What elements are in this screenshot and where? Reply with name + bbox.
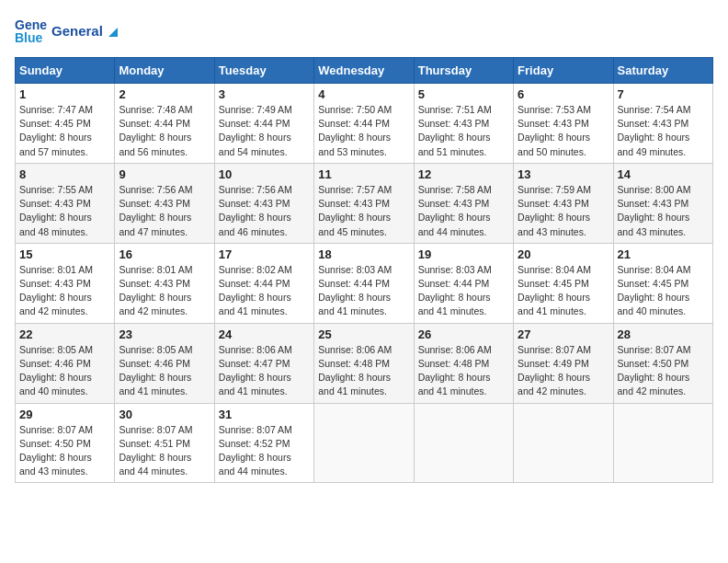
day-number: 19 (418, 247, 509, 261)
day-info: Sunrise: 8:00 AMSunset: 4:43 PMDaylight:… (618, 183, 709, 239)
daylight-text-line2: and 43 minutes. (518, 225, 609, 239)
sunrise-text: Sunrise: 8:03 AM (318, 263, 409, 277)
daylight-text-line2: and 40 minutes. (618, 304, 709, 318)
day-info: Sunrise: 8:07 AMSunset: 4:49 PMDaylight:… (518, 343, 609, 399)
daylight-text-line1: Daylight: 8 hours (418, 371, 509, 385)
sunset-text: Sunset: 4:44 PM (219, 117, 310, 131)
daylight-text-line2: and 41 minutes. (219, 385, 310, 398)
calendar-cell: 8Sunrise: 7:55 AMSunset: 4:43 PMDaylight… (16, 163, 115, 243)
day-number: 6 (518, 87, 609, 101)
day-info: Sunrise: 8:05 AMSunset: 4:46 PMDaylight:… (119, 343, 210, 399)
sunrise-text: Sunrise: 8:00 AM (618, 183, 709, 197)
day-info: Sunrise: 8:07 AMSunset: 4:50 PMDaylight:… (618, 343, 709, 399)
sunrise-text: Sunrise: 8:07 AM (19, 423, 110, 437)
day-number: 16 (119, 247, 210, 261)
calendar-cell: 3Sunrise: 7:49 AMSunset: 4:44 PMDaylight… (214, 84, 313, 164)
day-number: 18 (318, 247, 409, 261)
day-info: Sunrise: 7:59 AMSunset: 4:43 PMDaylight:… (518, 183, 609, 239)
sunrise-text: Sunrise: 8:01 AM (119, 263, 210, 277)
sunset-text: Sunset: 4:44 PM (119, 117, 210, 131)
calendar-cell: 5Sunrise: 7:51 AMSunset: 4:43 PMDaylight… (414, 84, 513, 164)
sunset-text: Sunset: 4:43 PM (518, 197, 609, 211)
daylight-text-line2: and 43 minutes. (618, 225, 709, 239)
day-number: 24 (219, 327, 310, 341)
sunset-text: Sunset: 4:46 PM (119, 357, 210, 371)
calendar-cell: 30Sunrise: 8:07 AMSunset: 4:51 PMDayligh… (115, 403, 214, 483)
sunset-text: Sunset: 4:43 PM (418, 117, 509, 131)
sunset-text: Sunset: 4:43 PM (318, 197, 409, 211)
sunset-text: Sunset: 4:43 PM (418, 197, 509, 211)
sunrise-text: Sunrise: 8:05 AM (119, 343, 210, 357)
sunset-text: Sunset: 4:46 PM (19, 357, 110, 371)
daylight-text-line2: and 42 minutes. (19, 304, 110, 318)
weekday-header-saturday: Saturday (613, 58, 712, 84)
day-info: Sunrise: 7:49 AMSunset: 4:44 PMDaylight:… (219, 103, 310, 159)
sunset-text: Sunset: 4:52 PM (219, 437, 310, 451)
sunset-text: Sunset: 4:47 PM (219, 357, 310, 371)
svg-text:Blue: Blue (15, 30, 43, 45)
daylight-text-line2: and 41 minutes. (318, 385, 409, 398)
calendar-header: SundayMondayTuesdayWednesdayThursdayFrid… (16, 58, 713, 84)
day-number: 23 (119, 327, 210, 341)
calendar-cell: 18Sunrise: 8:03 AMSunset: 4:44 PMDayligh… (314, 243, 414, 323)
daylight-text-line1: Daylight: 8 hours (119, 131, 210, 144)
daylight-text-line2: and 46 minutes. (219, 225, 310, 239)
calendar-cell: 19Sunrise: 8:03 AMSunset: 4:44 PMDayligh… (414, 243, 513, 323)
day-info: Sunrise: 8:03 AMSunset: 4:44 PMDaylight:… (418, 263, 509, 319)
calendar-week-row: 15Sunrise: 8:01 AMSunset: 4:43 PMDayligh… (16, 243, 713, 323)
calendar-cell: 4Sunrise: 7:50 AMSunset: 4:44 PMDaylight… (314, 84, 414, 164)
day-number: 30 (119, 408, 210, 421)
weekday-header-monday: Monday (115, 58, 214, 84)
day-info: Sunrise: 8:04 AMSunset: 4:45 PMDaylight:… (618, 263, 709, 319)
daylight-text-line2: and 44 minutes. (119, 465, 210, 478)
sunrise-text: Sunrise: 7:55 AM (19, 183, 110, 197)
daylight-text-line1: Daylight: 8 hours (219, 451, 310, 465)
daylight-text-line2: and 49 minutes. (618, 145, 709, 159)
page-header: General Blue General (15, 15, 713, 48)
daylight-text-line2: and 54 minutes. (219, 145, 310, 159)
daylight-text-line2: and 45 minutes. (318, 225, 409, 239)
weekday-header-tuesday: Tuesday (214, 58, 313, 84)
day-number: 4 (318, 87, 409, 101)
day-info: Sunrise: 8:07 AMSunset: 4:50 PMDaylight:… (19, 423, 110, 479)
daylight-text-line1: Daylight: 8 hours (618, 211, 709, 224)
day-number: 28 (618, 327, 709, 341)
daylight-text-line2: and 42 minutes. (518, 385, 609, 398)
calendar-cell: 14Sunrise: 8:00 AMSunset: 4:43 PMDayligh… (613, 163, 712, 243)
calendar-week-row: 22Sunrise: 8:05 AMSunset: 4:46 PMDayligh… (16, 323, 713, 403)
svg-marker-3 (108, 28, 118, 37)
sunset-text: Sunset: 4:43 PM (618, 197, 709, 211)
sunrise-text: Sunrise: 8:06 AM (219, 343, 310, 357)
day-info: Sunrise: 7:57 AMSunset: 4:43 PMDaylight:… (318, 183, 409, 239)
sunrise-text: Sunrise: 8:04 AM (518, 263, 609, 277)
day-info: Sunrise: 7:58 AMSunset: 4:43 PMDaylight:… (418, 183, 509, 239)
weekday-header-thursday: Thursday (414, 58, 513, 84)
day-number: 21 (618, 247, 709, 261)
sunrise-text: Sunrise: 8:06 AM (318, 343, 409, 357)
sunrise-text: Sunrise: 7:53 AM (518, 103, 609, 117)
sunset-text: Sunset: 4:50 PM (19, 437, 110, 451)
sunset-text: Sunset: 4:43 PM (219, 197, 310, 211)
calendar-cell: 23Sunrise: 8:05 AMSunset: 4:46 PMDayligh… (115, 323, 214, 403)
sunrise-text: Sunrise: 7:50 AM (318, 103, 409, 117)
daylight-text-line1: Daylight: 8 hours (119, 371, 210, 385)
day-info: Sunrise: 8:02 AMSunset: 4:44 PMDaylight:… (219, 263, 310, 319)
sunrise-text: Sunrise: 7:56 AM (119, 183, 210, 197)
day-number: 13 (518, 167, 609, 181)
day-info: Sunrise: 8:04 AMSunset: 4:45 PMDaylight:… (518, 263, 609, 319)
sunrise-text: Sunrise: 8:06 AM (418, 343, 509, 357)
sunset-text: Sunset: 4:49 PM (518, 357, 609, 371)
calendar-cell: 27Sunrise: 8:07 AMSunset: 4:49 PMDayligh… (514, 323, 613, 403)
logo-general: General (51, 24, 119, 40)
day-number: 31 (219, 408, 310, 421)
sunset-text: Sunset: 4:43 PM (119, 277, 210, 291)
sunrise-text: Sunrise: 7:51 AM (418, 103, 509, 117)
weekday-header-wednesday: Wednesday (314, 58, 414, 84)
day-number: 27 (518, 327, 609, 341)
day-info: Sunrise: 7:47 AMSunset: 4:45 PMDaylight:… (19, 103, 110, 159)
weekday-header-row: SundayMondayTuesdayWednesdayThursdayFrid… (16, 58, 713, 84)
day-number: 26 (418, 327, 509, 341)
daylight-text-line1: Daylight: 8 hours (219, 291, 310, 304)
day-number: 2 (119, 87, 210, 101)
daylight-text-line1: Daylight: 8 hours (518, 371, 609, 385)
